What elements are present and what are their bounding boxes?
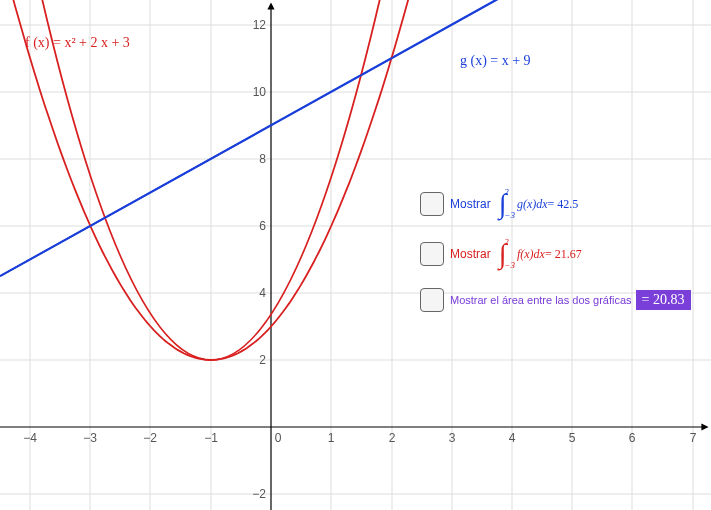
show-g-integral-row: Mostrar ∫ 2 −3 g(x)dx = 42.5 xyxy=(420,188,578,220)
show-f-integral-checkbox[interactable] xyxy=(420,242,444,266)
show-area-label: Mostrar el área entre las dos gráficas xyxy=(450,294,632,306)
f-function-label: f (x) = x² + 2 x + 3 xyxy=(25,35,130,51)
curves-overlay xyxy=(0,0,711,510)
g-function-label: g (x) = x + 9 xyxy=(460,53,531,69)
show-area-checkbox[interactable] xyxy=(420,288,444,312)
show-area-row: Mostrar el área entre las dos gráficas =… xyxy=(420,288,691,312)
show-f-integral-row: Mostrar ∫ 2 −3 f(x)dx = 21.67 xyxy=(420,238,582,270)
show-g-integral-checkbox[interactable] xyxy=(420,192,444,216)
show-f-integral-label: Mostrar xyxy=(450,247,491,261)
area-value-highlight: = 20.83 xyxy=(636,290,691,310)
show-g-integral-label: Mostrar xyxy=(450,197,491,211)
f-curve-path xyxy=(9,0,412,360)
